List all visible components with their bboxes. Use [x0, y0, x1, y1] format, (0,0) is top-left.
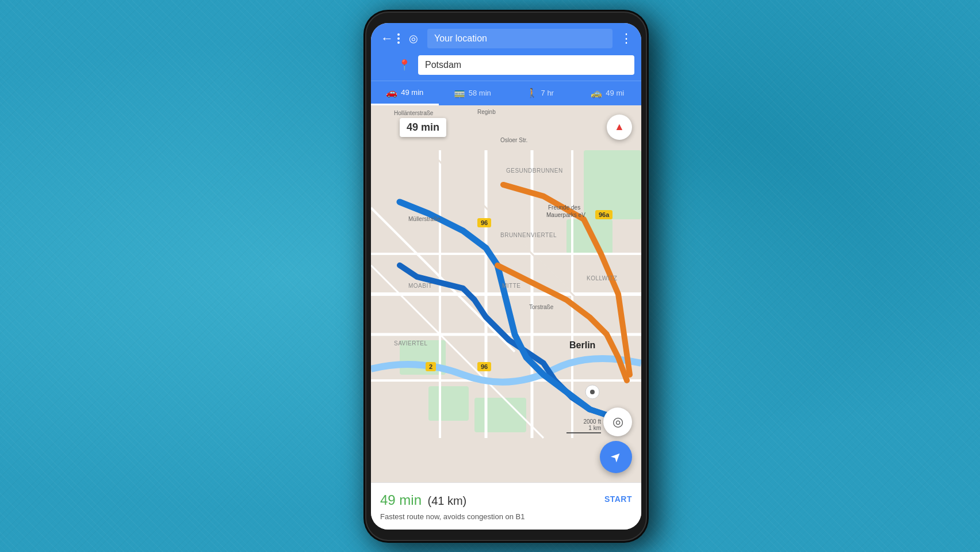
- tab-driving-label: 49 min: [401, 88, 423, 97]
- map-container[interactable]: Hollänterstraße Reginb Osloer Str. GESUN…: [371, 105, 641, 483]
- route-time: 49 min: [380, 492, 422, 508]
- navigation-fab[interactable]: ➤: [600, 441, 632, 473]
- compass-button[interactable]: ▲: [607, 115, 632, 140]
- scale-line: [566, 432, 601, 433]
- location-dot-icon: ◎: [405, 32, 422, 45]
- duration-callout-text: 49 min: [407, 121, 439, 133]
- walk-icon: 🚶: [526, 87, 538, 98]
- phone-wrapper: ← ◎ ⋮ 📍 🚗 49 min: [336, 0, 676, 552]
- compass-icon: ▲: [614, 121, 625, 133]
- scale-ft-label: 2000 ft: [566, 418, 601, 425]
- destination-row: 📍: [389, 52, 641, 81]
- your-location-input[interactable]: [427, 29, 612, 48]
- header: ← ◎ ⋮ 📍: [371, 23, 641, 81]
- svg-rect-0: [584, 150, 641, 219]
- tab-rideshare-label: 49 mi: [606, 89, 624, 97]
- duration-callout: 49 min: [400, 118, 446, 137]
- locate-icon: ◎: [612, 414, 623, 429]
- route-summary: 49 min (41 km) START: [380, 492, 632, 508]
- taxi-icon: 🚕: [591, 87, 602, 98]
- phone-screen: ← ◎ ⋮ 📍 🚗 49 min: [371, 23, 641, 530]
- tab-driving[interactable]: 🚗 49 min: [371, 81, 439, 105]
- bottom-panel: 49 min (41 km) START Fastest route now, …: [371, 482, 641, 529]
- svg-point-19: [591, 390, 594, 393]
- scale-bar: 2000 ft 1 km: [566, 418, 601, 433]
- tab-walking-label: 7 hr: [541, 89, 554, 97]
- train-icon: 🚃: [454, 87, 465, 98]
- svg-rect-3: [428, 386, 469, 420]
- road-badge-96-2: 96: [477, 362, 491, 371]
- transport-tabs: 🚗 49 min 🚃 58 min 🚶 7 hr 🚕 49 mi: [371, 81, 641, 105]
- road-badge-96-1: 96: [477, 218, 491, 227]
- route-description: Fastest route now, avoids congestion on …: [380, 512, 632, 522]
- scale-km-label: 1 km: [566, 425, 601, 431]
- pin-icon: 📍: [396, 59, 412, 71]
- locate-button[interactable]: ◎: [603, 408, 632, 436]
- route-distance: (41 km): [428, 494, 467, 507]
- more-options-button[interactable]: ⋮: [618, 31, 634, 46]
- svg-rect-4: [474, 397, 526, 432]
- vertical-dots-icon: [397, 31, 400, 46]
- navigation-arrow-icon: ➤: [607, 448, 625, 466]
- road-badge-2: 2: [426, 362, 436, 371]
- svg-line-13: [371, 207, 515, 351]
- back-button[interactable]: ←: [378, 31, 396, 46]
- start-button[interactable]: START: [604, 492, 632, 504]
- tab-walking[interactable]: 🚶 7 hr: [506, 82, 574, 104]
- search-row: ← ◎ ⋮: [371, 23, 641, 52]
- destination-input[interactable]: [418, 55, 634, 75]
- car-icon: 🚗: [386, 87, 397, 98]
- route-time-distance: 49 min (41 km): [380, 492, 466, 508]
- phone-body: ← ◎ ⋮ 📍 🚗 49 min: [365, 12, 647, 541]
- tab-transit[interactable]: 🚃 58 min: [439, 82, 507, 104]
- road-badge-96a: 96a: [595, 210, 612, 219]
- tab-rideshare[interactable]: 🚕 49 mi: [574, 82, 642, 104]
- tab-transit-label: 58 min: [469, 89, 491, 97]
